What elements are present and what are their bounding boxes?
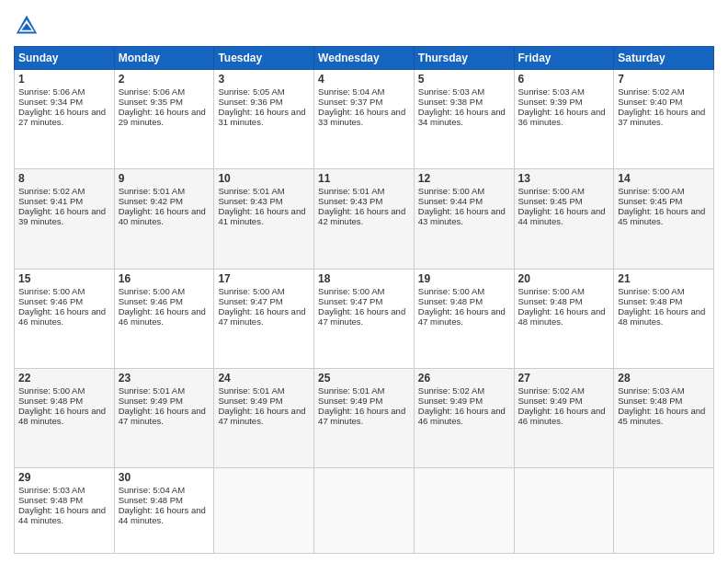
- calendar-cell: 30Sunrise: 5:04 AMSunset: 9:48 PMDayligh…: [114, 468, 214, 554]
- sunrise-text: Sunrise: 5:00 AM: [618, 186, 684, 196]
- day-number: 12: [418, 172, 510, 185]
- sunrise-text: Sunrise: 5:01 AM: [119, 385, 185, 396]
- sunrise-text: Sunrise: 5:03 AM: [18, 485, 85, 495]
- daylight-text: Daylight: 16 hours and 48 minutes.: [18, 406, 106, 426]
- day-number: 2: [119, 73, 210, 86]
- daylight-text: Daylight: 16 hours and 47 minutes.: [119, 406, 206, 426]
- sunrise-text: Sunrise: 5:00 AM: [518, 286, 585, 296]
- week-row-4: 22Sunrise: 5:00 AMSunset: 9:48 PMDayligh…: [15, 369, 714, 468]
- sunset-text: Sunset: 9:48 PM: [18, 396, 83, 406]
- day-number: 11: [318, 172, 410, 185]
- day-number: 7: [618, 73, 710, 86]
- week-row-3: 15Sunrise: 5:00 AMSunset: 9:46 PMDayligh…: [15, 269, 714, 368]
- sunset-text: Sunset: 9:38 PM: [418, 97, 483, 107]
- day-number: 17: [218, 272, 310, 285]
- sunrise-text: Sunrise: 5:00 AM: [18, 385, 85, 396]
- calendar-cell: [614, 468, 714, 554]
- day-number: 13: [518, 172, 610, 185]
- calendar-cell: 15Sunrise: 5:00 AMSunset: 9:46 PMDayligh…: [15, 269, 115, 368]
- daylight-text: Daylight: 16 hours and 34 minutes.: [418, 107, 506, 127]
- day-number: 4: [318, 73, 410, 86]
- sunset-text: Sunset: 9:37 PM: [318, 97, 382, 107]
- calendar-cell: 27Sunrise: 5:02 AMSunset: 9:49 PMDayligh…: [514, 369, 614, 468]
- daylight-text: Daylight: 16 hours and 48 minutes.: [518, 306, 606, 327]
- daylight-text: Daylight: 16 hours and 40 minutes.: [119, 206, 206, 226]
- calendar-cell: 18Sunrise: 5:00 AMSunset: 9:47 PMDayligh…: [314, 269, 415, 368]
- sunrise-text: Sunrise: 5:04 AM: [318, 86, 384, 97]
- sunrise-text: Sunrise: 5:05 AM: [218, 86, 284, 97]
- daylight-text: Daylight: 16 hours and 47 minutes.: [318, 306, 405, 327]
- daylight-text: Daylight: 16 hours and 37 minutes.: [618, 107, 705, 127]
- daylight-text: Daylight: 16 hours and 41 minutes.: [218, 206, 305, 226]
- calendar-cell: [214, 468, 314, 554]
- calendar-cell: 21Sunrise: 5:00 AMSunset: 9:48 PMDayligh…: [614, 269, 714, 368]
- calendar-cell: 29Sunrise: 5:03 AMSunset: 9:48 PMDayligh…: [15, 468, 115, 554]
- col-header-monday: Monday: [114, 47, 214, 70]
- calendar-table: SundayMondayTuesdayWednesdayThursdayFrid…: [14, 46, 714, 554]
- day-number: 15: [18, 272, 110, 285]
- daylight-text: Daylight: 16 hours and 47 minutes.: [218, 406, 305, 426]
- sunset-text: Sunset: 9:34 PM: [18, 97, 83, 107]
- day-number: 10: [218, 172, 310, 185]
- day-number: 1: [18, 73, 110, 86]
- calendar-cell: 7Sunrise: 5:02 AMSunset: 9:40 PMDaylight…: [614, 70, 714, 169]
- sunset-text: Sunset: 9:48 PM: [618, 396, 682, 406]
- sunrise-text: Sunrise: 5:04 AM: [119, 485, 185, 495]
- calendar-cell: [514, 468, 614, 554]
- daylight-text: Daylight: 16 hours and 29 minutes.: [119, 107, 206, 127]
- sunset-text: Sunset: 9:45 PM: [618, 196, 682, 206]
- calendar-cell: 16Sunrise: 5:00 AMSunset: 9:46 PMDayligh…: [114, 269, 214, 368]
- calendar-cell: [314, 468, 415, 554]
- calendar-cell: 5Sunrise: 5:03 AMSunset: 9:38 PMDaylight…: [414, 70, 514, 169]
- sunset-text: Sunset: 9:49 PM: [119, 396, 183, 406]
- sunset-text: Sunset: 9:49 PM: [418, 396, 483, 406]
- calendar-cell: 10Sunrise: 5:01 AMSunset: 9:43 PMDayligh…: [214, 169, 314, 269]
- sunrise-text: Sunrise: 5:00 AM: [18, 286, 85, 296]
- sunset-text: Sunset: 9:36 PM: [218, 97, 282, 107]
- day-number: 9: [119, 172, 210, 185]
- sunset-text: Sunset: 9:49 PM: [318, 396, 382, 406]
- logo-icon: [14, 13, 40, 39]
- sunrise-text: Sunrise: 5:03 AM: [618, 385, 684, 396]
- daylight-text: Daylight: 16 hours and 44 minutes.: [119, 505, 206, 525]
- daylight-text: Daylight: 16 hours and 46 minutes.: [119, 306, 206, 327]
- day-number: 22: [18, 372, 110, 385]
- calendar-cell: 2Sunrise: 5:06 AMSunset: 9:35 PMDaylight…: [114, 70, 214, 169]
- sunrise-text: Sunrise: 5:02 AM: [518, 385, 585, 396]
- daylight-text: Daylight: 16 hours and 46 minutes.: [418, 406, 506, 426]
- sunset-text: Sunset: 9:47 PM: [318, 296, 382, 306]
- day-number: 21: [618, 272, 710, 285]
- calendar-cell: 8Sunrise: 5:02 AMSunset: 9:41 PMDaylight…: [15, 169, 115, 269]
- daylight-text: Daylight: 16 hours and 27 minutes.: [18, 107, 106, 127]
- sunrise-text: Sunrise: 5:00 AM: [218, 286, 284, 296]
- day-number: 26: [418, 372, 510, 385]
- daylight-text: Daylight: 16 hours and 46 minutes.: [518, 406, 606, 426]
- daylight-text: Daylight: 16 hours and 44 minutes.: [518, 206, 606, 226]
- day-number: 5: [418, 73, 510, 86]
- calendar-cell: 14Sunrise: 5:00 AMSunset: 9:45 PMDayligh…: [614, 169, 714, 269]
- calendar-cell: 12Sunrise: 5:00 AMSunset: 9:44 PMDayligh…: [414, 169, 514, 269]
- day-number: 14: [618, 172, 710, 185]
- sunrise-text: Sunrise: 5:02 AM: [418, 385, 484, 396]
- col-header-friday: Friday: [514, 47, 614, 70]
- sunrise-text: Sunrise: 5:01 AM: [218, 385, 284, 396]
- col-header-sunday: Sunday: [15, 47, 115, 70]
- sunset-text: Sunset: 9:48 PM: [518, 296, 583, 306]
- daylight-text: Daylight: 16 hours and 33 minutes.: [318, 107, 405, 127]
- sunset-text: Sunset: 9:49 PM: [218, 396, 282, 406]
- calendar-cell: 3Sunrise: 5:05 AMSunset: 9:36 PMDaylight…: [214, 70, 314, 169]
- sunrise-text: Sunrise: 5:02 AM: [18, 186, 85, 196]
- sunset-text: Sunset: 9:46 PM: [18, 296, 83, 306]
- sunset-text: Sunset: 9:44 PM: [418, 196, 483, 206]
- sunrise-text: Sunrise: 5:00 AM: [618, 286, 684, 296]
- day-number: 30: [119, 471, 210, 484]
- day-number: 24: [218, 372, 310, 385]
- sunset-text: Sunset: 9:49 PM: [518, 396, 583, 406]
- sunrise-text: Sunrise: 5:00 AM: [418, 286, 484, 296]
- sunset-text: Sunset: 9:48 PM: [119, 495, 183, 505]
- sunrise-text: Sunrise: 5:03 AM: [418, 86, 484, 97]
- sunrise-text: Sunrise: 5:03 AM: [518, 86, 585, 97]
- calendar-cell: 13Sunrise: 5:00 AMSunset: 9:45 PMDayligh…: [514, 169, 614, 269]
- calendar-cell: 20Sunrise: 5:00 AMSunset: 9:48 PMDayligh…: [514, 269, 614, 368]
- daylight-text: Daylight: 16 hours and 45 minutes.: [618, 406, 705, 426]
